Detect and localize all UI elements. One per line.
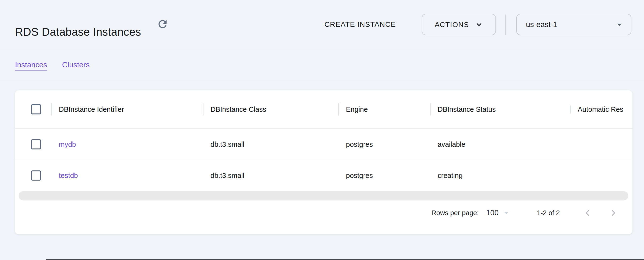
select-all-checkbox[interactable] xyxy=(31,104,41,115)
header-dbinstance-class: DBInstance Class xyxy=(203,106,338,114)
column-divider xyxy=(430,103,430,116)
header-dbinstance-status: DBInstance Status xyxy=(430,106,570,114)
tab-instances[interactable]: Instances xyxy=(15,61,47,69)
rds-instances-page: RDS Database Instances CREATE INSTANCE A… xyxy=(0,0,644,260)
instance-link[interactable]: mydb xyxy=(59,140,76,148)
cell-engine: postgres xyxy=(338,172,430,180)
dropdown-caret-icon xyxy=(502,208,511,218)
cell-db-class: db.t3.small xyxy=(203,140,338,148)
rows-per-page-value: 100 xyxy=(486,209,498,217)
header-label: Engine xyxy=(346,106,368,114)
next-page-button[interactable] xyxy=(608,208,619,218)
row-checkbox[interactable] xyxy=(31,139,41,149)
region-select-value: us-east-1 xyxy=(526,20,557,29)
header-label: DBInstance Status xyxy=(438,106,496,114)
dropdown-caret-icon xyxy=(614,19,625,30)
table-row[interactable]: testdb db.t3.small postgres creating xyxy=(15,160,632,191)
table-header-row: DBInstance Identifier DBInstance Class E… xyxy=(15,90,632,129)
row-checkbox-cell xyxy=(15,139,51,149)
row-checkbox[interactable] xyxy=(31,170,41,181)
row-checkbox-cell xyxy=(15,170,51,181)
cell-engine: postgres xyxy=(338,140,430,148)
region-select[interactable]: us-east-1 xyxy=(516,14,632,35)
page-title: RDS Database Instances xyxy=(15,25,141,38)
header-automatic-restart: Automatic Res xyxy=(570,106,632,114)
chevron-down-icon xyxy=(475,21,483,28)
column-divider xyxy=(570,106,571,114)
column-divider xyxy=(51,103,52,116)
tab-clusters[interactable]: Clusters xyxy=(62,61,90,69)
rows-per-page-select[interactable]: 100 xyxy=(486,208,511,218)
header-label: Automatic Res xyxy=(578,106,624,114)
cell-status: available xyxy=(430,140,570,148)
header-engine: Engine xyxy=(338,106,430,114)
instances-table-card: DBInstance Identifier DBInstance Class E… xyxy=(15,90,632,234)
header-label: DBInstance Class xyxy=(210,106,266,114)
header-checkbox-cell xyxy=(15,104,51,115)
create-instance-button[interactable]: CREATE INSTANCE xyxy=(324,19,396,30)
page-header: RDS Database Instances CREATE INSTANCE A… xyxy=(0,0,644,49)
pagination-bar: Rows per page: 100 1-2 of 2 xyxy=(431,206,619,220)
pagination-range-label: 1-2 of 2 xyxy=(537,209,560,217)
actions-button-label: ACTIONS xyxy=(435,20,469,29)
toolbar-divider xyxy=(506,14,506,35)
instance-link[interactable]: testdb xyxy=(59,172,78,180)
rows-per-page-label: Rows per page: xyxy=(431,209,479,217)
chevron-left-icon xyxy=(582,208,592,218)
previous-page-button[interactable] xyxy=(582,208,593,218)
table-row[interactable]: mydb db.t3.small postgres available xyxy=(15,129,632,160)
cell-db-class: db.t3.small xyxy=(203,172,338,180)
actions-button[interactable]: ACTIONS xyxy=(422,14,496,35)
chevron-right-icon xyxy=(609,208,618,218)
refresh-button[interactable] xyxy=(156,18,169,30)
header-label: DBInstance Identifier xyxy=(59,106,124,114)
header-dbinstance-identifier: DBInstance Identifier xyxy=(51,106,203,114)
refresh-icon xyxy=(156,18,168,30)
column-divider xyxy=(338,103,339,116)
horizontal-scrollbar[interactable] xyxy=(19,191,628,200)
cell-identifier: testdb xyxy=(51,172,203,180)
tab-bar: Instances Clusters xyxy=(0,50,644,80)
column-divider xyxy=(203,103,204,116)
cell-status: creating xyxy=(430,172,570,180)
cell-identifier: mydb xyxy=(51,140,203,148)
